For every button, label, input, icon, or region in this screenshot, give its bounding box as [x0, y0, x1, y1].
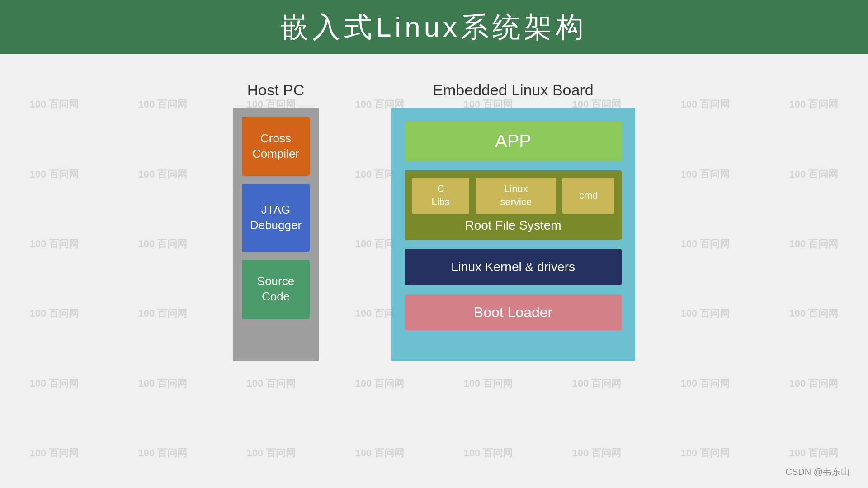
boot-loader-label: Boot Loader	[474, 304, 552, 321]
page-header: 嵌入式Linux系统架构	[0, 0, 868, 54]
linux-service-label: Linux service	[500, 183, 532, 208]
cmd-label: cmd	[579, 190, 598, 202]
cmd-block: cmd	[562, 178, 614, 214]
app-block: APP	[405, 121, 622, 161]
boot-loader-block: Boot Loader	[405, 294, 622, 330]
cross-compiler-label: Cross Compiler	[252, 131, 299, 162]
linux-service-block: Linux service	[476, 178, 556, 214]
embedded-board-box: APP C Libs Linux service cmd Root File S…	[391, 108, 635, 361]
source-code-block: Source Code	[242, 260, 310, 319]
cross-compiler-block: Cross Compiler	[242, 117, 310, 176]
linux-kernel-block: Linux Kernel & drivers	[405, 249, 622, 285]
host-pc-label: Host PC	[247, 81, 305, 99]
c-libs-block: C Libs	[412, 178, 469, 214]
host-pc-box: Cross Compiler JTAG Debugger Source Code	[233, 108, 319, 361]
app-label: APP	[495, 131, 531, 151]
embedded-section: Embedded Linux Board APP C Libs Linux se…	[391, 81, 635, 361]
host-pc-section: Host PC Cross Compiler JTAG Debugger Sou…	[233, 81, 319, 361]
footer-credit: CSDN @韦东山	[785, 466, 850, 478]
main-content: Host PC Cross Compiler JTAG Debugger Sou…	[0, 54, 868, 488]
embedded-board-label: Embedded Linux Board	[433, 81, 593, 99]
root-file-system-block: C Libs Linux service cmd Root File Syste…	[405, 170, 622, 240]
jtag-debugger-label: JTAG Debugger	[250, 202, 302, 233]
root-fs-label: Root File System	[412, 218, 614, 233]
c-libs-label: C Libs	[431, 183, 449, 208]
jtag-debugger-block: JTAG Debugger	[242, 184, 310, 252]
page-title: 嵌入式Linux系统架构	[281, 8, 587, 46]
root-fs-inner: C Libs Linux service cmd	[412, 178, 614, 214]
source-code-label: Source Code	[257, 274, 294, 305]
linux-kernel-label: Linux Kernel & drivers	[451, 260, 575, 274]
